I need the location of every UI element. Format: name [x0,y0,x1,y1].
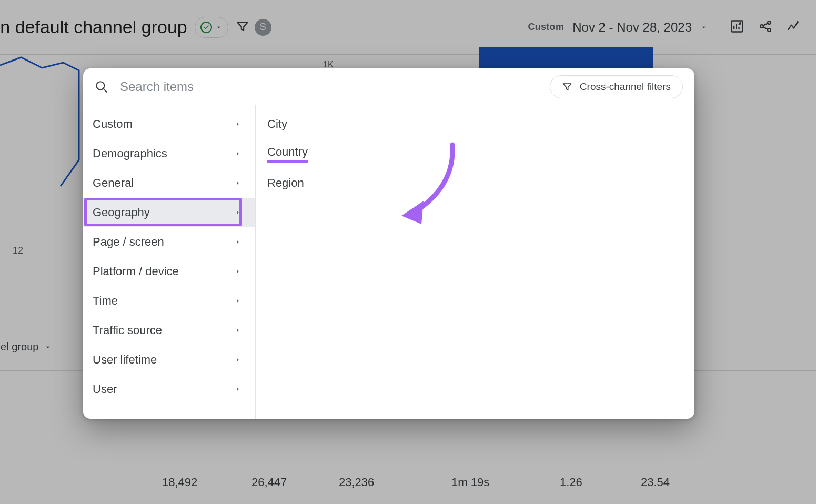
category-item-label: Traffic source [93,324,162,337]
chevron-right-icon [234,238,241,246]
category-item-platform-device[interactable]: Platform / device [83,257,255,286]
cell-value: 1.26 [560,476,582,489]
x-axis-tick: 12 [13,245,23,256]
subcategory-item-label: Region [267,176,304,190]
chevron-right-icon [234,386,241,393]
subcategory-item-label: City [267,117,287,131]
filter-icon [562,82,572,92]
chevron-right-icon [234,327,241,334]
subcategory-item-label: Country [267,145,308,163]
cell-value: 1m 19s [451,476,489,489]
cell-value: 26,447 [251,476,287,489]
date-range-label: Custom [528,22,564,33]
chevron-right-icon [234,297,241,305]
chevron-right-icon [234,150,241,157]
cell-value: 23,236 [339,476,374,489]
category-item-label: Custom [93,117,133,131]
subcategory-item-region[interactable]: Region [256,168,694,198]
category-item-label: Geography [93,206,150,219]
category-item-time[interactable]: Time [83,286,255,316]
avatar[interactable]: S [255,19,271,36]
chevron-right-icon [234,268,241,275]
dimension-dropdown-label: nel group [0,341,38,353]
chevron-right-icon [234,179,241,187]
search-icon [95,80,108,94]
date-range-picker[interactable]: Custom Nov 2 - Nov 28, 2023 [528,20,708,35]
share-icon[interactable] [758,19,773,36]
category-item-user[interactable]: User [83,375,255,404]
category-item-label: User lifetime [93,353,157,367]
category-list: CustomDemographicsGeneralGeographyPage /… [83,105,256,419]
edit-chart-icon[interactable] [730,19,744,36]
category-item-custom[interactable]: Custom [83,109,255,139]
cross-channel-filters-label: Cross-channel filters [580,81,671,93]
chevron-down-icon [700,24,708,31]
dimension-picker-modal: Cross-channel filters CustomDemographics… [83,68,694,419]
category-item-label: General [93,176,134,190]
filter-icon[interactable] [236,19,249,35]
category-item-demographics[interactable]: Demographics [83,139,255,168]
category-item-general[interactable]: General [83,168,255,198]
category-item-user-lifetime[interactable]: User lifetime [83,345,255,375]
chevron-down-icon [44,343,52,351]
insights-icon[interactable] [787,19,801,36]
date-range-value: Nov 2 - Nov 28, 2023 [572,20,692,35]
subcategory-item-city[interactable]: City [256,109,694,139]
chevron-right-icon [234,356,241,364]
search-input[interactable] [120,79,538,94]
subcategory-item-country[interactable]: Country [256,139,694,168]
category-item-label: Demographics [93,147,167,160]
category-item-label: Platform / device [93,265,179,278]
category-item-label: User [93,382,117,396]
category-item-page-screen[interactable]: Page / screen [83,227,255,257]
chevron-right-icon [234,209,241,216]
cell-value: 23.54 [641,476,670,489]
chevron-right-icon [234,120,241,128]
category-item-traffic-source[interactable]: Traffic source [83,316,255,345]
status-pill[interactable] [195,17,228,38]
modal-header: Cross-channel filters [83,68,694,105]
category-item-label: Time [93,294,118,308]
cross-channel-filters-button[interactable]: Cross-channel filters [550,75,683,98]
cell-value: 18,492 [162,476,197,489]
subcategory-list: CityCountryRegion [256,105,694,419]
chevron-down-icon [215,24,223,31]
page-title: sition: Session default channel group [0,17,187,37]
top-bar: sition: Session default channel group S … [0,0,816,55]
dimension-dropdown[interactable]: nel group [0,341,52,353]
check-circle-icon [200,22,212,33]
category-item-label: Page / screen [93,235,164,249]
category-item-geography[interactable]: Geography [83,198,255,227]
